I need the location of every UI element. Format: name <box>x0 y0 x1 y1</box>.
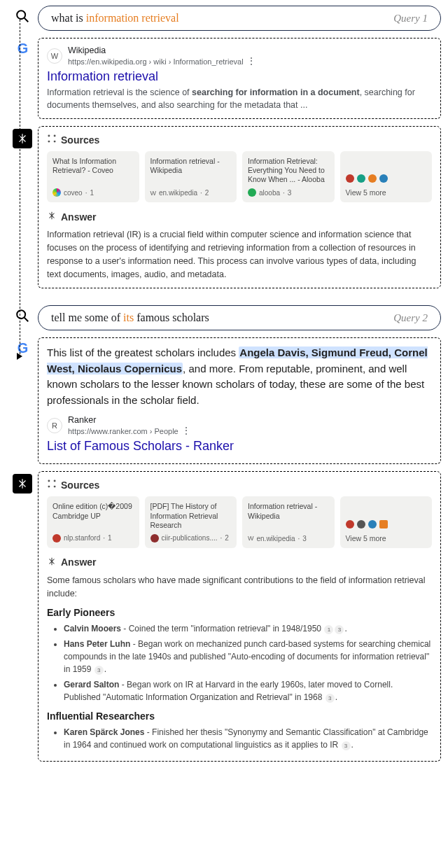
query-input-2[interactable]: tell me some of its famous scholars Quer… <box>38 305 441 330</box>
result-snippet: Information retrieval is the science of … <box>47 87 432 111</box>
svg-point-8 <box>48 480 50 482</box>
influential-list: Karen Spärck Jones - Finished her thesis… <box>47 726 432 751</box>
source-card[interactable]: [PDF] The History of Information Retriev… <box>145 496 237 547</box>
query-input-1[interactable]: what is information retrieval Query 1 <box>38 6 441 31</box>
list-item: Hans Peter Luhn - Began work on mechaniz… <box>64 638 432 676</box>
result-title-link[interactable]: List of Famous Scholars - Ranker <box>47 439 432 454</box>
google-result-panel: This list of the greatest scholars inclu… <box>38 337 441 464</box>
result-url: https://en.wikipedia.org › wiki › Inform… <box>68 57 244 66</box>
perplexity-result-panel: Sources Online edition (c)�2009 Cambridg… <box>38 471 441 762</box>
perplexity-result-panel: Sources What Is Information Retrieval? -… <box>38 126 441 288</box>
source-card[interactable]: Online edition (c)�2009 Cambridge UP nlp… <box>47 496 139 547</box>
google-result-panel: W Wikipedia https://en.wikipedia.org › w… <box>38 38 441 119</box>
source-more-card[interactable]: View 5 more <box>340 496 433 547</box>
sources-heading: Sources <box>61 134 99 146</box>
answer-text: Information retrieval (IR) is a crucial … <box>47 228 432 281</box>
query-label: Query 2 <box>393 312 428 324</box>
source-card[interactable]: Information retrieval - Wikipedia Wen.wi… <box>242 496 335 547</box>
result-url: https://www.ranker.com › People <box>68 427 178 435</box>
answer-subheading: Influential Researchers <box>47 710 432 722</box>
featured-snippet: This list of the greatest scholars inclu… <box>47 345 432 408</box>
list-item: Calvin Mooers - Coined the term "informa… <box>64 622 432 635</box>
answer-icon <box>47 211 57 223</box>
citation-badge[interactable]: 3 <box>94 666 104 675</box>
perplexity-logo-icon <box>13 474 32 493</box>
kebab-icon[interactable]: ⋮ <box>181 425 191 436</box>
source-card[interactable]: Information retrieval - Wikipedia Wen.wi… <box>145 151 237 202</box>
svg-point-3 <box>54 134 56 136</box>
svg-point-9 <box>54 480 56 482</box>
citation-badge[interactable]: 1 <box>324 625 333 634</box>
source-card[interactable]: What Is Information Retrieval? - Coveo c… <box>47 151 139 202</box>
site-name: Wikipedia <box>68 46 256 55</box>
answer-icon <box>47 556 57 568</box>
sources-grid: What Is Information Retrieval? - Coveo c… <box>47 151 432 202</box>
result-title-link[interactable]: Information retrieval <box>47 69 432 84</box>
svg-line-1 <box>24 18 29 22</box>
perplexity-logo-icon <box>13 129 32 148</box>
citation-badge[interactable]: 3 <box>326 694 335 703</box>
svg-line-7 <box>24 318 29 322</box>
list-item: Karen Spärck Jones - Finished her thesis… <box>64 726 432 751</box>
svg-point-0 <box>17 10 25 19</box>
source-more-card[interactable]: View 5 more <box>340 151 433 202</box>
query-connector-line <box>20 20 20 354</box>
site-favicon: W <box>47 48 62 64</box>
search-icon <box>15 308 30 323</box>
sources-heading: Sources <box>61 479 99 491</box>
query-highlight: information retrieval <box>86 12 179 24</box>
search-icon <box>15 8 30 24</box>
citation-badge[interactable]: 3 <box>342 741 351 750</box>
svg-point-2 <box>48 134 50 136</box>
source-card[interactable]: Information Retrieval: Everything You Ne… <box>242 151 335 202</box>
svg-point-10 <box>48 486 50 488</box>
sources-grid: Online edition (c)�2009 Cambridge UP nlp… <box>47 496 432 547</box>
answer-subheading: Early Pioneers <box>47 607 432 618</box>
svg-point-11 <box>54 486 56 488</box>
list-item: Gerard Salton - Began work on IR at Harv… <box>64 678 432 704</box>
query-connector-arrow <box>17 353 22 360</box>
answer-heading: Answer <box>61 556 97 568</box>
sources-icon <box>47 479 57 491</box>
svg-point-6 <box>17 311 25 319</box>
svg-point-4 <box>48 141 50 143</box>
site-favicon: R <box>47 418 62 433</box>
citation-badge[interactable]: 3 <box>335 625 344 634</box>
google-logo-icon: G <box>18 41 28 57</box>
query-label: Query 1 <box>393 13 428 24</box>
svg-point-5 <box>54 141 56 143</box>
kebab-icon[interactable]: ⋮ <box>246 55 256 66</box>
pioneers-list: Calvin Mooers - Coined the term "informa… <box>47 622 432 704</box>
answer-heading: Answer <box>61 211 97 223</box>
query-text: what is <box>51 12 86 24</box>
answer-intro: Some famous scholars who have made signi… <box>47 574 432 601</box>
site-name: Ranker <box>68 415 191 425</box>
sources-icon <box>47 134 57 146</box>
